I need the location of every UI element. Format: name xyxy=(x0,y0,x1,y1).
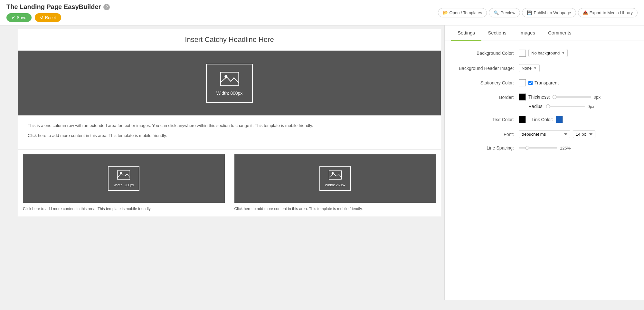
transparent-checkbox[interactable] xyxy=(528,81,533,85)
text-color-row: Text Color: Link Color: xyxy=(454,116,634,123)
app-title-row: The Landing Page EasyBuilder ? xyxy=(6,3,110,11)
wide-image-label: Width: 800px xyxy=(216,91,243,96)
col2-image-label: Width: 260px xyxy=(325,183,346,187)
canvas-headline[interactable]: Insert Catchy Headline Here xyxy=(18,29,441,50)
publish-icon: 💾 xyxy=(527,10,532,15)
background-color-row: Background Color: No background ▼ xyxy=(454,49,634,57)
radius-value: 0px xyxy=(587,104,594,109)
tab-images[interactable]: Images xyxy=(513,25,542,41)
font-label: Font: xyxy=(454,132,519,137)
canvas-area[interactable]: ✏️ ↕ Insert Catchy Headline Here ✏️ ↕ xyxy=(14,25,444,300)
radius-slider[interactable] xyxy=(546,106,585,107)
preview-button[interactable]: 🔍 Preview xyxy=(489,8,520,17)
preview-icon: 🔍 xyxy=(494,10,499,15)
text-color-control: Link Color: xyxy=(519,116,634,123)
tab-comments[interactable]: Comments xyxy=(542,25,578,41)
bg-color-dropdown-arrow: ▼ xyxy=(562,51,565,55)
background-header-control: None ▼ xyxy=(519,64,634,72)
background-header-row: Background Header Image: None ▼ xyxy=(454,64,634,72)
border-control: Thickness: 0px Radius: 0px xyxy=(519,93,634,109)
stationery-color-label: Stationery Color: xyxy=(454,80,519,85)
text-color-label: Text Color: xyxy=(454,117,519,122)
background-color-dropdown[interactable]: No background ▼ xyxy=(528,49,568,57)
col1-image-label: Width: 260px xyxy=(113,183,134,187)
header: The Landing Page EasyBuilder ? ✔ Save ↺ … xyxy=(0,0,644,25)
col2-text[interactable]: Click here to add more content in this a… xyxy=(234,206,436,212)
header-left: The Landing Page EasyBuilder ? ✔ Save ↺ … xyxy=(6,3,110,22)
main-layout: ✏️ ↕ Insert Catchy Headline Here ✏️ ↕ xyxy=(0,25,644,300)
header-right: 📂 Open / Templates 🔍 Preview 💾 Publish t… xyxy=(438,8,638,17)
wide-image-placeholder[interactable]: Width: 800px xyxy=(18,51,441,115)
col2-image-icon xyxy=(329,170,342,181)
wide-image-icon xyxy=(220,71,239,88)
background-color-swatch[interactable] xyxy=(519,50,526,57)
col-2: Width: 260px Click here to add more cont… xyxy=(230,150,441,217)
two-col-section: ✏️ ↕ xyxy=(18,149,441,217)
col1-image-inner: Width: 260px xyxy=(108,166,139,191)
line-spacing-value: 125% xyxy=(560,146,571,150)
line-spacing-row: Line Spacing: 125% xyxy=(454,145,634,150)
text-section-content[interactable]: This is a one column row with an extende… xyxy=(18,116,441,149)
thickness-label: Thickness: xyxy=(528,94,550,100)
wide-image-inner: Width: 800px xyxy=(206,64,253,103)
radius-label: Radius: xyxy=(528,104,544,109)
link-color-label: Link Color: xyxy=(532,117,553,122)
help-icon[interactable]: ? xyxy=(103,4,110,10)
stationery-color-row: Stationery Color: Transparent xyxy=(454,79,634,86)
text-section: ✏️ ↕ This is a one column row with an ex… xyxy=(18,116,441,149)
border-row: Border: Thickness: 0px Radius: xyxy=(454,93,634,109)
save-icon: ✔ xyxy=(12,15,15,20)
export-icon: 📤 xyxy=(583,10,588,15)
save-button[interactable]: ✔ Save xyxy=(6,13,32,22)
reset-icon: ↺ xyxy=(40,15,43,20)
app-title: The Landing Page EasyBuilder xyxy=(6,3,101,11)
thickness-value: 0px xyxy=(594,95,601,100)
thickness-slider[interactable] xyxy=(553,96,591,98)
text-color-swatch[interactable] xyxy=(519,116,526,123)
text-row-2: Click here to add more content in this a… xyxy=(28,132,431,139)
bg-header-dropdown-arrow: ▼ xyxy=(534,66,537,70)
stationery-color-control: Transparent xyxy=(519,79,634,86)
two-col-inner: Width: 260px Click here to add more cont… xyxy=(18,150,441,217)
font-size-select[interactable]: 10 px 12 px 14 px 16 px 18 px xyxy=(573,130,595,138)
stationery-color-swatch[interactable] xyxy=(519,79,526,86)
background-color-label: Background Color: xyxy=(454,51,519,56)
col2-image-inner: Width: 260px xyxy=(319,166,351,191)
col2-image[interactable]: Width: 260px xyxy=(234,154,436,203)
font-family-select[interactable]: trebuchet ms Arial Georgia Times New Rom… xyxy=(519,130,570,138)
right-panel: Settings Sections Images Comments Backgr… xyxy=(444,25,644,300)
open-templates-button[interactable]: 📂 Open / Templates xyxy=(438,8,487,17)
tab-settings[interactable]: Settings xyxy=(451,25,481,41)
col1-text[interactable]: Click here to add more content in this a… xyxy=(23,206,225,212)
tab-sections[interactable]: Sections xyxy=(481,25,513,41)
settings-tabs: Settings Sections Images Comments xyxy=(445,25,644,41)
line-spacing-slider[interactable] xyxy=(519,147,557,149)
header-buttons: ✔ Save ↺ Reset xyxy=(6,13,110,22)
svg-rect-0 xyxy=(220,72,239,86)
text-row-1: This is a one column row with an extende… xyxy=(28,122,431,129)
export-button[interactable]: 📤 Export to Media Library xyxy=(578,8,638,17)
wide-image-section: ✏️ ↕ Width: 800px xyxy=(18,51,441,116)
font-row: Font: trebuchet ms Arial Georgia Times N… xyxy=(454,130,634,138)
line-spacing-label: Line Spacing: xyxy=(454,145,519,150)
col-1: Width: 260px Click here to add more cont… xyxy=(18,150,230,217)
font-control: trebuchet ms Arial Georgia Times New Rom… xyxy=(519,130,634,138)
line-spacing-control: 125% xyxy=(519,146,634,150)
border-label: Border: xyxy=(454,93,519,100)
col1-image-icon xyxy=(117,170,130,181)
background-header-label: Background Header Image: xyxy=(454,66,519,71)
reset-button[interactable]: ↺ Reset xyxy=(35,13,61,22)
transparent-label: Transparent xyxy=(535,80,559,85)
border-color-swatch[interactable] xyxy=(519,93,526,101)
left-sidebar xyxy=(0,25,14,300)
publish-button[interactable]: 💾 Publish to Webpage xyxy=(522,8,576,17)
headline-section: ✏️ ↕ Insert Catchy Headline Here xyxy=(18,29,441,51)
link-color-swatch[interactable] xyxy=(556,116,563,123)
col1-image[interactable]: Width: 260px xyxy=(23,154,225,203)
folder-icon: 📂 xyxy=(443,10,448,15)
background-header-dropdown[interactable]: None ▼ xyxy=(519,64,540,72)
background-color-control: No background ▼ xyxy=(519,49,634,57)
panel-content: Background Color: No background ▼ Backgr… xyxy=(445,41,644,300)
